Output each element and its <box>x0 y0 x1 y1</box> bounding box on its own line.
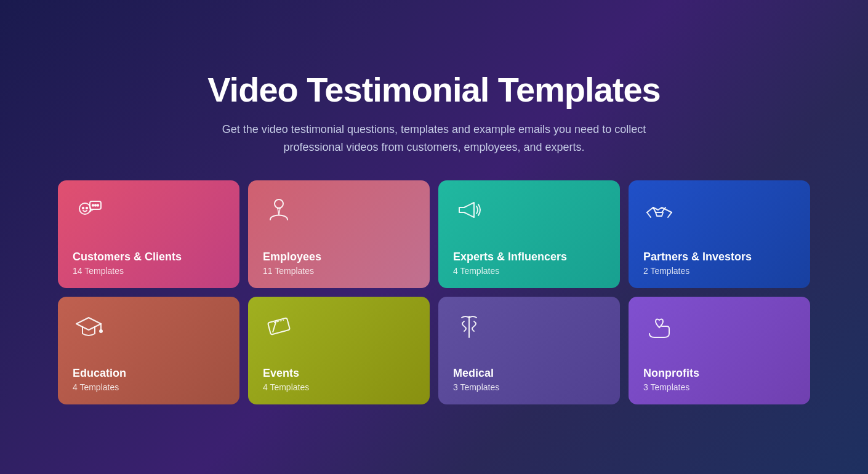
card-experts[interactable]: Experts & Influencers 4 Templates <box>438 180 620 288</box>
card-partners-title: Partners & Investors <box>643 251 795 263</box>
handshake-icon <box>643 194 675 226</box>
svg-point-6 <box>97 205 98 206</box>
page-header: Video Testimonial Templates Get the vide… <box>200 70 668 156</box>
svg-point-9 <box>100 330 102 332</box>
svg-rect-10 <box>268 318 290 335</box>
megaphone-icon <box>453 194 485 226</box>
heart-hand-icon <box>643 310 675 342</box>
card-events-title: Events <box>263 367 415 380</box>
svg-point-2 <box>86 207 87 209</box>
card-medical[interactable]: Medical 3 Templates <box>438 297 620 404</box>
svg-point-0 <box>79 203 90 214</box>
card-nonprofits-count: 3 Templates <box>643 382 795 392</box>
medical-icon <box>453 310 485 342</box>
svg-marker-8 <box>76 318 101 330</box>
card-employees-count: 11 Templates <box>263 266 415 276</box>
card-nonprofits-title: Nonprofits <box>643 367 795 380</box>
graduation-icon <box>73 310 105 342</box>
employee-icon <box>263 194 295 226</box>
card-medical-count: 3 Templates <box>453 382 605 392</box>
card-education[interactable]: Education 4 Templates <box>58 297 239 404</box>
svg-point-7 <box>275 199 283 208</box>
template-grid: Customers & Clients 14 Templates Employe… <box>58 180 810 404</box>
card-customers-title: Customers & Clients <box>73 251 225 263</box>
card-partners[interactable]: Partners & Investors 2 Templates <box>629 180 810 288</box>
customer-icon <box>73 194 105 226</box>
card-experts-title: Experts & Influencers <box>453 251 605 263</box>
card-nonprofits[interactable]: Nonprofits 3 Templates <box>629 297 810 404</box>
card-medical-title: Medical <box>453 367 605 380</box>
card-events-count: 4 Templates <box>263 382 415 392</box>
page-title: Video Testimonial Templates <box>200 70 668 110</box>
card-customers[interactable]: Customers & Clients 14 Templates <box>58 180 239 288</box>
card-employees-title: Employees <box>263 251 415 263</box>
page-subtitle: Get the video testimonial questions, tem… <box>200 121 668 156</box>
svg-point-5 <box>95 205 96 206</box>
svg-point-4 <box>92 205 94 206</box>
card-experts-count: 4 Templates <box>453 266 605 276</box>
card-employees[interactable]: Employees 11 Templates <box>248 180 430 288</box>
card-events[interactable]: Events 4 Templates <box>248 297 430 404</box>
ticket-icon <box>263 310 295 342</box>
card-partners-count: 2 Templates <box>643 266 795 276</box>
card-education-count: 4 Templates <box>73 382 225 392</box>
svg-point-1 <box>82 207 84 209</box>
card-education-title: Education <box>73 367 225 380</box>
card-customers-count: 14 Templates <box>73 266 225 276</box>
